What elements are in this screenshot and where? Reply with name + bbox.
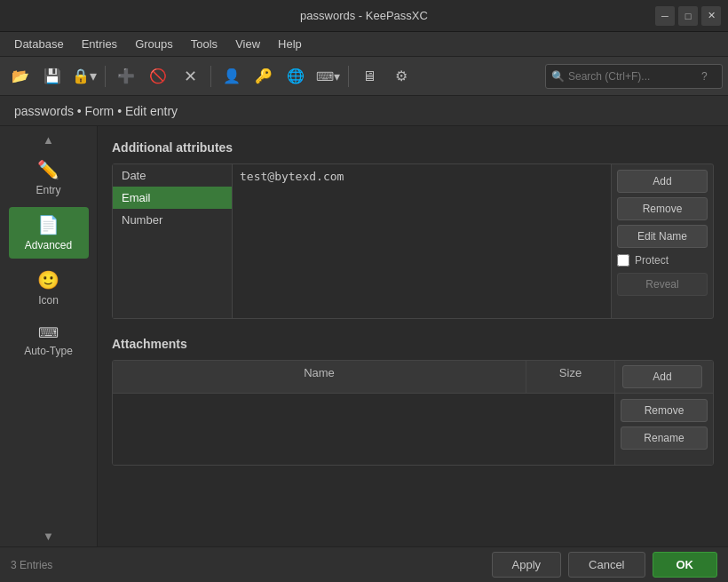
menu-help[interactable]: Help xyxy=(271,36,309,52)
delete-entry-btn[interactable]: ✕ xyxy=(175,61,205,92)
protect-row: Protect xyxy=(617,252,708,268)
sidebar-item-advanced[interactable]: 📄 Advanced xyxy=(9,207,89,259)
advanced-icon: 📄 xyxy=(37,214,59,235)
protect-checkbox[interactable] xyxy=(617,254,629,267)
toolbar-separator-1 xyxy=(105,66,106,87)
icon-icon: 🙂 xyxy=(37,269,59,291)
search-help-icon[interactable]: ? xyxy=(701,70,708,83)
toolbar-separator-2 xyxy=(210,66,211,87)
sidebar-label-advanced: Advanced xyxy=(25,239,72,251)
search-icon: 🔍 xyxy=(551,70,565,83)
search-input[interactable] xyxy=(568,70,701,83)
protect-label: Protect xyxy=(635,254,669,267)
open-database-btn[interactable]: 📂 xyxy=(5,61,36,92)
attr-add-button[interactable]: Add xyxy=(617,170,708,193)
app-title: passwords - KeePassXC xyxy=(300,9,428,22)
attribute-list: Date Email Number xyxy=(113,164,233,318)
sidebar-label-icon: Icon xyxy=(38,294,59,307)
menu-database[interactable]: Database xyxy=(7,36,71,52)
toolbar-separator-3 xyxy=(348,66,349,87)
attr-edit-name-button[interactable]: Edit Name xyxy=(617,225,708,248)
attachments-side-buttons: Remove Rename xyxy=(615,394,713,465)
breadcrumb-text: passwords • Form • Edit entry xyxy=(14,104,178,118)
sidebar-label-autotype: Auto-Type xyxy=(24,345,73,357)
main-content: ▲ ✏️ Entry 📄 Advanced 🙂 Icon ⌨ Auto-Type… xyxy=(0,126,728,546)
attach-col-size-header: Size xyxy=(526,361,615,393)
lock-database-btn[interactable]: 🔒▾ xyxy=(69,61,99,92)
cancel-button[interactable]: Cancel xyxy=(568,552,645,578)
key-btn[interactable]: 🔑 xyxy=(249,61,279,92)
sidebar-scroll-down[interactable]: ▼ xyxy=(0,526,97,546)
sidebar-item-autotype[interactable]: ⌨ Auto-Type xyxy=(9,317,89,364)
sidebar-item-icon[interactable]: 🙂 Icon xyxy=(9,262,89,314)
autotype-icon: ⌨ xyxy=(38,324,59,341)
edit-entry-btn[interactable]: 🚫 xyxy=(143,61,173,92)
menu-tools[interactable]: Tools xyxy=(184,36,225,52)
save-database-btn[interactable]: 💾 xyxy=(37,61,67,92)
attachments-header: Name Size Add xyxy=(113,361,713,394)
attr-remove-button[interactable]: Remove xyxy=(617,197,708,220)
sidebar: ▲ ✏️ Entry 📄 Advanced 🙂 Icon ⌨ Auto-Type… xyxy=(0,126,98,546)
maximize-button[interactable]: □ xyxy=(678,6,698,26)
attach-rename-button[interactable]: Rename xyxy=(621,427,708,450)
attach-col-name-header: Name xyxy=(113,361,526,393)
attr-item-email[interactable]: Email xyxy=(113,187,232,209)
search-box: 🔍 ? xyxy=(545,64,723,89)
menu-view[interactable]: View xyxy=(228,36,267,52)
title-bar: passwords - KeePassXC ─ □ ✕ xyxy=(0,0,728,32)
ok-button[interactable]: OK xyxy=(653,552,718,578)
attach-add-button-header[interactable]: Add xyxy=(622,365,702,388)
entry-count-status: 3 Entries xyxy=(11,559,52,571)
additional-attributes-title: Additional attributes xyxy=(112,140,714,155)
bottom-bar: 3 Entries Apply Cancel OK xyxy=(0,546,728,582)
attachments-title: Attachments xyxy=(112,337,714,351)
entry-icon: ✏️ xyxy=(37,159,59,180)
sidebar-label-entry: Entry xyxy=(36,184,60,196)
attachments-body: Remove Rename xyxy=(113,394,713,465)
sidebar-item-entry[interactable]: ✏️ Entry xyxy=(9,152,89,203)
keyboard-btn[interactable]: ⌨▾ xyxy=(313,61,343,92)
menu-bar: Database Entries Groups Tools View Help xyxy=(0,32,728,57)
attachments-list xyxy=(113,394,615,465)
network-btn[interactable]: 🌐 xyxy=(281,61,311,92)
breadcrumb: passwords • Form • Edit entry xyxy=(0,96,728,126)
settings-btn[interactable]: ⚙ xyxy=(386,61,416,92)
user-btn[interactable]: 👤 xyxy=(217,61,247,92)
attribute-buttons: Add Remove Edit Name Protect Reveal xyxy=(611,164,713,318)
apply-button[interactable]: Apply xyxy=(492,552,562,578)
attribute-value-input[interactable] xyxy=(233,164,611,318)
add-entry-btn[interactable]: ➕ xyxy=(111,61,141,92)
attr-item-number[interactable]: Number xyxy=(113,209,232,231)
attr-item-date[interactable]: Date xyxy=(113,164,232,187)
sidebar-scroll-up[interactable]: ▲ xyxy=(0,130,97,150)
minimize-button[interactable]: ─ xyxy=(655,6,675,26)
attach-col-btns-header: Add xyxy=(615,361,713,393)
attach-remove-button[interactable]: Remove xyxy=(621,399,708,422)
window-btn[interactable]: 🖥 xyxy=(354,61,384,92)
window-controls: ─ □ ✕ xyxy=(655,6,721,26)
attachments-panel: Name Size Add Remove Rename xyxy=(112,360,714,466)
attributes-panel: Date Email Number Add Remove Edit Name P… xyxy=(112,163,714,319)
menu-groups[interactable]: Groups xyxy=(128,36,180,52)
content-area: Additional attributes Date Email Number … xyxy=(98,126,728,546)
close-button[interactable]: ✕ xyxy=(701,6,721,26)
menu-entries[interactable]: Entries xyxy=(75,36,124,52)
attr-reveal-button[interactable]: Reveal xyxy=(617,273,708,296)
toolbar: 📂 💾 🔒▾ ➕ 🚫 ✕ 👤 🔑 🌐 ⌨▾ 🖥 ⚙ 🔍 ? xyxy=(0,57,728,96)
